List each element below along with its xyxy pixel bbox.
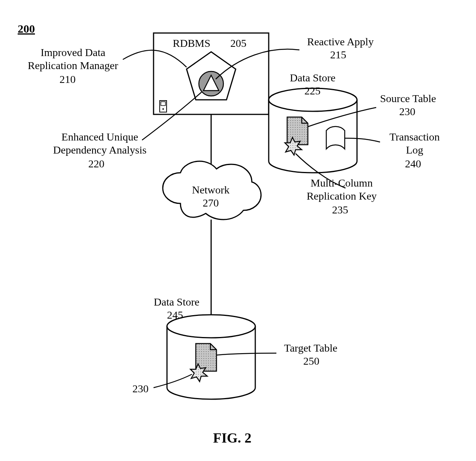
svg-point-7 — [162, 108, 164, 110]
replication-mgr-label: Improved Data Replication Manager — [23, 46, 123, 72]
rdbms-num: 205 — [230, 37, 246, 50]
network-label: Network — [192, 183, 230, 197]
replication-key-label: Multi-Column Replication Key — [299, 177, 384, 202]
bottom-ref-num: 230 — [132, 382, 149, 395]
dep-analysis-label: Enhanced Unique Dependency Analysis — [46, 131, 154, 156]
dep-analysis-num: 220 — [88, 157, 104, 170]
reactive-apply-label: Reactive Apply — [307, 35, 374, 48]
data-store-bottom-label: Data Store — [146, 296, 207, 309]
data-store-bottom-num: 245 — [167, 309, 183, 322]
replication-key-num: 235 — [332, 203, 348, 216]
data-store-top-num: 225 — [304, 84, 321, 97]
replication-mgr-num: 210 — [60, 73, 76, 86]
rdbms-label: RDBMS — [173, 37, 210, 50]
transaction-log-num: 240 — [405, 157, 421, 170]
svg-rect-6 — [161, 102, 165, 106]
source-table-num: 230 — [399, 105, 415, 118]
data-store-top-label: Data Store — [290, 71, 336, 84]
figure-caption: FIG. 2 — [213, 430, 251, 446]
target-table-num: 250 — [303, 355, 319, 368]
diagram-stage: 200 — [0, 0, 476, 461]
source-table-label: Source Table — [380, 92, 436, 105]
network-num: 270 — [203, 197, 219, 210]
reactive-apply-num: 215 — [330, 48, 346, 61]
transaction-log-label: Transaction Log — [384, 131, 445, 156]
target-table-label: Target Table — [284, 342, 337, 355]
